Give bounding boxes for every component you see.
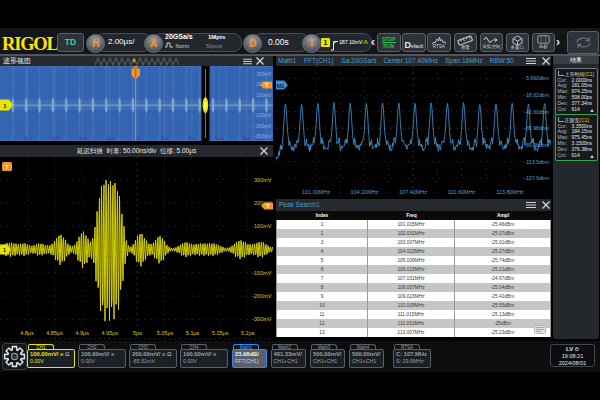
svg-text:-137.9dbm: -137.9dbm	[524, 175, 549, 181]
svg-text:4.85μs: 4.85μs	[46, 330, 63, 336]
svg-text:-200mV: -200mV	[252, 293, 272, 299]
svg-text:-8μs: -8μs	[23, 135, 33, 141]
svg-text:113.80MHz: 113.80MHz	[496, 189, 524, 195]
svg-text:100mV: 100mV	[254, 223, 272, 229]
svg-text:4.95μs: 4.95μs	[101, 330, 118, 336]
svg-text:110.60MHz: 110.60MHz	[448, 189, 476, 195]
svg-text:6μs: 6μs	[215, 135, 224, 141]
svg-text:300mV: 300mV	[256, 72, 272, 77]
svg-text:2μs: 2μs	[160, 135, 169, 141]
svg-text:4μs: 4μs	[188, 135, 197, 141]
svg-text:300mV: 300mV	[254, 177, 272, 183]
svg-text:-6μs: -6μs	[50, 135, 60, 141]
svg-text:-89.96dbm: -89.96dbm	[524, 142, 549, 148]
svg-text:-4μs: -4μs	[77, 135, 87, 141]
svg-text:4.9μs: 4.9μs	[75, 330, 89, 336]
svg-text:-300mV: -300mV	[255, 134, 273, 139]
svg-text:M1: M1	[277, 83, 285, 89]
svg-text:100mV: 100mV	[256, 93, 272, 98]
svg-text:101.00MHz: 101.00MHz	[302, 189, 330, 195]
svg-text:5.2μs: 5.2μs	[241, 330, 255, 336]
svg-text:-100mV: -100mV	[252, 270, 272, 276]
svg-text:5μs: 5μs	[133, 330, 142, 336]
svg-text:-18.02dbm: -18.02dbm	[524, 92, 549, 98]
svg-text:-113.9dbm: -113.9dbm	[525, 159, 549, 165]
svg-text:-2μs: -2μs	[105, 135, 115, 141]
svg-text:-65.98dbm: -65.98dbm	[524, 125, 549, 131]
svg-text:-300mV: -300mV	[252, 316, 272, 322]
svg-text:5.960dbm: 5.960dbm	[526, 75, 549, 81]
svg-text:-42.00dbm: -42.00dbm	[524, 109, 549, 115]
svg-text:-100mV: -100mV	[255, 113, 273, 118]
svg-text:107.40MHz: 107.40MHz	[399, 189, 427, 195]
svg-text:8μs: 8μs	[243, 135, 252, 141]
svg-text:T: T	[5, 164, 9, 170]
svg-text:-200mV: -200mV	[255, 124, 273, 129]
svg-text:4.8μs: 4.8μs	[20, 330, 34, 336]
svg-text:5.15μs: 5.15μs	[212, 330, 229, 336]
svg-text:5.1μs: 5.1μs	[186, 330, 200, 336]
svg-text:5.05μs: 5.05μs	[157, 330, 174, 336]
svg-text:104.20MHz: 104.20MHz	[350, 189, 378, 195]
